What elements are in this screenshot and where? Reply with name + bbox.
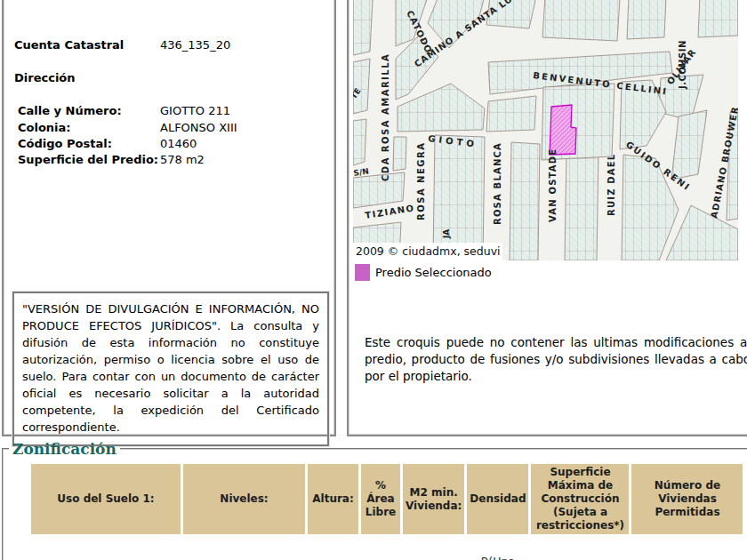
cell-area-libre [361, 537, 400, 560]
street-label: RUIZ DAEL [606, 154, 616, 216]
col-header-niveles: Niveles: [183, 464, 305, 534]
zonificacion-section: Zonificación Uso del Suelo 1: Niveles: A… [2, 440, 747, 560]
map-panel: CATODO CAMINO A SANTA LU OLIVAR J.COUSIN… [347, 0, 747, 436]
street-label: ROSA NEGRA [416, 142, 426, 220]
col-header-m2-min-vivienda: M2 min. Vivienda: [403, 464, 464, 534]
codigo-postal-label: Código Postal: [18, 136, 112, 151]
colonia-value: ALFONSO XIII [160, 120, 237, 135]
legal-disclaimer-text: "VERSIÓN DE DIVULGACIÓN E INFORMACIÓN, N… [22, 302, 319, 434]
croquis-map[interactable]: CATODO CAMINO A SANTA LU OLIVAR J.COUSIN… [353, 0, 738, 260]
cell-densidad: B(Una vivienda [467, 537, 528, 560]
col-header-densidad: Densidad [467, 464, 528, 534]
cuenta-catastral-value: 436_135_20 [160, 37, 230, 52]
croquis-note: Este croquis puede no contener las ultim… [365, 334, 747, 385]
street-label: JA [442, 229, 451, 239]
cell-numero-viviendas [631, 537, 743, 560]
calle-numero-value: GIOTTO 211 [160, 103, 230, 118]
superficie-label: Superficie del Predio: [18, 152, 158, 167]
street-label: CDA ROSA AMARILLA [381, 53, 390, 181]
cell-m2-min-vivienda [403, 537, 464, 560]
superficie-value: 578 m2 [160, 152, 205, 167]
property-info-panel: Cuenta Catastral 436_135_20 Dirección Ca… [2, 0, 336, 436]
colonia-label: Colonia: [18, 120, 71, 135]
map-copyright: 2009 © ciudadmx, seduvi [356, 244, 501, 258]
col-header-area-libre: % Área Libre [361, 464, 400, 534]
codigo-postal-value: 01460 [160, 136, 197, 151]
table-row: Habitacional B(Una vivienda [31, 537, 743, 560]
cell-altura [308, 537, 358, 560]
cell-uso-del-suelo: Habitacional [31, 537, 181, 560]
street-label: J.COUSIN [678, 40, 687, 90]
legal-disclaimer-box: "VERSIÓN DE DIVULGACIÓN E INFORMACIÓN, N… [12, 292, 329, 446]
zonificacion-table: Uso del Suelo 1: Niveles: Altura: % Área… [28, 461, 745, 560]
legend-label: Predio Seleccionado [375, 266, 492, 279]
street-label: ROSA BLANCA [493, 142, 502, 225]
table-header-row: Uso del Suelo 1: Niveles: Altura: % Área… [31, 464, 743, 534]
cuenta-catastral-label: Cuenta Catastral [14, 37, 124, 52]
map-canvas[interactable]: CATODO CAMINO A SANTA LU OLIVAR J.COUSIN… [353, 0, 738, 260]
zonificacion-title: Zonificación [9, 440, 120, 458]
col-header-uso-del-suelo: Uso del Suelo 1: [31, 464, 181, 534]
col-header-altura: Altura: [308, 464, 358, 534]
street-label: VAN OSTADE [548, 148, 558, 222]
direccion-heading: Dirección [14, 70, 76, 85]
selected-parcel-swatch [355, 264, 370, 281]
col-header-numero-viviendas: Número de Viviendas Permitidas [631, 464, 743, 534]
calle-numero-label: Calle y Número: [18, 103, 122, 118]
cell-niveles [183, 537, 305, 560]
cell-superficie-maxima [531, 537, 629, 560]
col-header-superficie-maxima: Superficie Máxima de Construcción (Sujet… [531, 464, 629, 534]
